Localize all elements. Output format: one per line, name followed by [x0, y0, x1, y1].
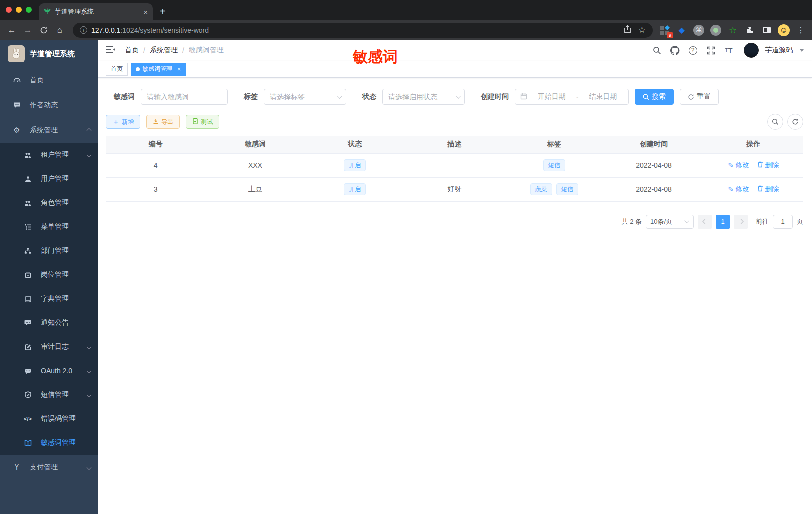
- edit-link[interactable]: ✎修改: [728, 161, 750, 170]
- goto-page-input[interactable]: [773, 215, 793, 229]
- toggle-search-icon[interactable]: [768, 114, 784, 130]
- sensitive-word-table: 编号 敏感词 状态 描述 标签 创建时间 操作 4 XXX 开启: [106, 136, 804, 202]
- delete-link[interactable]: 删除: [758, 161, 779, 170]
- sidebar-item-audit-log[interactable]: 审计日志: [0, 335, 98, 359]
- sidebar-item-notice[interactable]: 通知公告: [0, 311, 98, 335]
- minimize-window-button[interactable]: [16, 7, 22, 13]
- menu-fold-icon[interactable]: [106, 46, 116, 55]
- delete-link[interactable]: 删除: [758, 185, 779, 194]
- share-icon[interactable]: [624, 25, 632, 35]
- sidebar-item-error-code[interactable]: </> 错误码管理: [0, 407, 98, 431]
- tags-view: 首页 敏感词管理 ×: [98, 61, 812, 78]
- col-id: 编号: [106, 136, 206, 153]
- sidebar-item-pay[interactable]: ¥ 支付管理: [0, 455, 98, 480]
- download-icon: [153, 118, 159, 126]
- org-chart-icon: [22, 248, 34, 254]
- browser-menu-icon[interactable]: ⋮: [795, 24, 807, 36]
- page-1-button[interactable]: 1: [716, 215, 730, 229]
- browser-tab[interactable]: 芋道管理系统 ×: [39, 3, 153, 20]
- extension-grid-icon[interactable]: 9: [659, 24, 671, 36]
- sidebar-item-dept[interactable]: 部门管理: [0, 239, 98, 263]
- font-size-icon[interactable]: TT: [723, 44, 735, 56]
- sidebar-item-home[interactable]: 首页: [0, 68, 98, 93]
- page-size-select[interactable]: 10条/页: [646, 215, 694, 229]
- keyword-input[interactable]: [141, 89, 228, 105]
- refresh-icon[interactable]: [788, 114, 804, 130]
- export-button[interactable]: 导出: [146, 115, 180, 129]
- next-page-button[interactable]: [734, 215, 748, 229]
- sidebar-item-role[interactable]: 角色管理: [0, 191, 98, 215]
- sidebar-item-system[interactable]: ⚙ 系统管理: [0, 118, 98, 143]
- tag-select[interactable]: [264, 89, 346, 105]
- annotation-sensitive-word: 敏感词: [353, 47, 398, 67]
- forward-icon[interactable]: →: [21, 23, 35, 37]
- sidebar-item-menu[interactable]: 菜单管理: [0, 215, 98, 239]
- site-info-icon[interactable]: i: [80, 26, 88, 34]
- extension-command-icon[interactable]: ⌘: [693, 24, 705, 36]
- help-icon[interactable]: ?: [687, 44, 699, 56]
- status-select[interactable]: [382, 89, 465, 105]
- address-bar[interactable]: i 127.0.0.1:1024/system/sensitive-word ☆: [73, 23, 653, 38]
- url-text: 127.0.0.1:1024/system/sensitive-word: [92, 26, 209, 34]
- shield-check-icon: [22, 391, 34, 398]
- table-header-row: 编号 敏感词 状态 描述 标签 创建时间 操作: [106, 136, 804, 153]
- tag-sensitive-word[interactable]: 敏感词管理 ×: [131, 63, 186, 76]
- close-window-button[interactable]: [6, 7, 12, 13]
- plus-icon: ＋: [112, 118, 120, 125]
- tag-label: 标签: [244, 92, 258, 101]
- app-title: 芋道管理系统: [30, 49, 75, 59]
- gear-icon: ⚙: [11, 126, 23, 135]
- date-range-picker[interactable]: 开始日期 - 结束日期: [515, 89, 629, 105]
- user-name[interactable]: 芋道源码: [765, 46, 793, 55]
- add-button[interactable]: ＋ 新增: [106, 115, 140, 129]
- tag-home[interactable]: 首页: [106, 63, 128, 76]
- system-submenu: 租户管理 用户管理 角色管理 菜单管理: [0, 143, 98, 455]
- book-icon: [22, 296, 34, 302]
- test-button[interactable]: 测试: [186, 115, 220, 129]
- breadcrumb-system[interactable]: 系统管理: [150, 46, 178, 55]
- user-icon: [22, 176, 34, 182]
- back-icon[interactable]: ←: [5, 23, 19, 37]
- goto-suffix: 页: [797, 217, 804, 226]
- sidebar-item-author-news[interactable]: 作者动态: [0, 93, 98, 118]
- status-label: 状态: [362, 92, 376, 101]
- extension-gem-icon[interactable]: ◆: [676, 24, 688, 36]
- home-icon[interactable]: ⌂: [53, 23, 67, 37]
- fullscreen-icon[interactable]: [705, 44, 717, 56]
- profile-avatar[interactable]: ☺: [778, 24, 790, 36]
- pencil-icon: ✎: [728, 185, 734, 193]
- zoom-window-button[interactable]: [26, 7, 32, 13]
- sidebar-item-tenant[interactable]: 租户管理: [0, 143, 98, 167]
- reset-button[interactable]: 重置: [680, 89, 719, 105]
- sidebar-item-user[interactable]: 用户管理: [0, 167, 98, 191]
- col-tags: 标签: [504, 136, 604, 153]
- table-toolbar: ＋ 新增 导出 测试: [106, 114, 804, 130]
- yen-icon: ¥: [11, 463, 23, 472]
- tag-close-icon[interactable]: ×: [178, 66, 181, 73]
- message-dots-icon: [22, 320, 34, 326]
- sidebar-item-dict[interactable]: 字典管理: [0, 287, 98, 311]
- extensions-puzzle-icon[interactable]: [744, 24, 756, 36]
- edit-link[interactable]: ✎修改: [728, 185, 750, 194]
- new-tab-button[interactable]: +: [160, 6, 166, 17]
- sidebar-item-post[interactable]: 岗位管理: [0, 263, 98, 287]
- extension-star-icon[interactable]: ☆: [727, 24, 739, 36]
- sidebar-item-sms[interactable]: 短信管理: [0, 383, 98, 407]
- pencil-icon: ✎: [728, 161, 734, 169]
- side-panel-icon[interactable]: [761, 24, 773, 36]
- calendar-icon: [520, 93, 528, 101]
- search-button[interactable]: 搜索: [635, 89, 674, 105]
- breadcrumb-home[interactable]: 首页: [125, 46, 139, 55]
- sidebar-item-oauth[interactable]: OAuth 2.0: [0, 359, 98, 383]
- tab-close-icon[interactable]: ×: [144, 8, 148, 16]
- total-count: 共 2 条: [622, 217, 642, 226]
- github-icon[interactable]: [669, 44, 681, 56]
- bookmark-star-icon[interactable]: ☆: [638, 25, 646, 35]
- user-avatar[interactable]: [744, 43, 759, 58]
- search-icon[interactable]: [651, 44, 663, 56]
- extension-record-icon[interactable]: [710, 24, 722, 36]
- prev-page-button[interactable]: [698, 215, 712, 229]
- reload-icon[interactable]: [37, 23, 51, 37]
- col-word: 敏感词: [206, 136, 305, 153]
- sidebar-item-sensitive-word[interactable]: 敏感词管理: [0, 431, 98, 455]
